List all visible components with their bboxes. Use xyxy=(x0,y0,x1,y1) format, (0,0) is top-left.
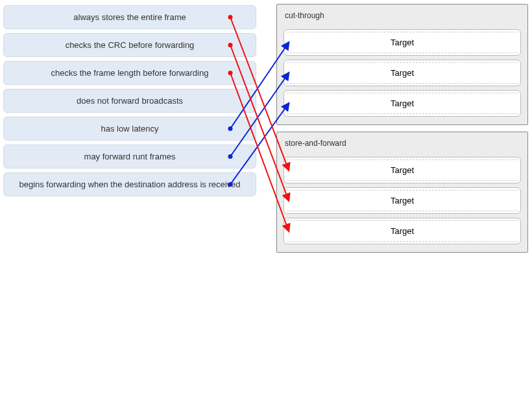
target-slot[interactable]: Target xyxy=(284,187,521,214)
target-slot[interactable]: Target xyxy=(284,218,521,244)
target-label: Target xyxy=(391,196,414,205)
target-group-store-and-forward: store-and-forward Target Target Target xyxy=(276,132,528,253)
target-label: Target xyxy=(391,165,414,175)
source-item[interactable]: always stores the entire frame xyxy=(3,5,256,29)
target-slot[interactable]: Target xyxy=(284,60,521,86)
source-item[interactable]: does not forward broadcasts xyxy=(3,89,256,113)
source-list: always stores the entire frame checks th… xyxy=(0,0,260,407)
source-item[interactable]: checks the CRC before forwarding xyxy=(3,33,256,57)
target-label: Target xyxy=(391,38,414,47)
source-item[interactable]: may forward runt frames xyxy=(3,145,256,169)
target-label: Target xyxy=(391,226,414,236)
target-panel: cut-through Target Target Target store-a… xyxy=(272,0,532,407)
source-label: checks the frame length before forwardin… xyxy=(51,68,209,78)
target-label: Target xyxy=(391,99,414,108)
source-label: has low latency xyxy=(101,124,159,134)
target-slot[interactable]: Target xyxy=(284,90,521,117)
source-item[interactable]: has low latency xyxy=(3,117,256,141)
source-item[interactable]: checks the frame length before forwardin… xyxy=(3,61,256,85)
source-label: may forward runt frames xyxy=(84,152,176,161)
target-slot[interactable]: Target xyxy=(284,157,521,183)
group-title: store-and-forward xyxy=(281,136,524,153)
source-label: does not forward broadcasts xyxy=(77,96,183,106)
source-label: begins forwarding when the destination a… xyxy=(19,180,240,189)
source-label: always stores the entire frame xyxy=(73,12,186,22)
group-title: cut-through xyxy=(281,8,524,25)
source-item[interactable]: begins forwarding when the destination a… xyxy=(3,172,256,196)
target-slot[interactable]: Target xyxy=(284,29,521,56)
target-label: Target xyxy=(391,68,414,78)
source-label: checks the CRC before forwarding xyxy=(66,40,195,50)
target-group-cut-through: cut-through Target Target Target xyxy=(276,4,528,125)
